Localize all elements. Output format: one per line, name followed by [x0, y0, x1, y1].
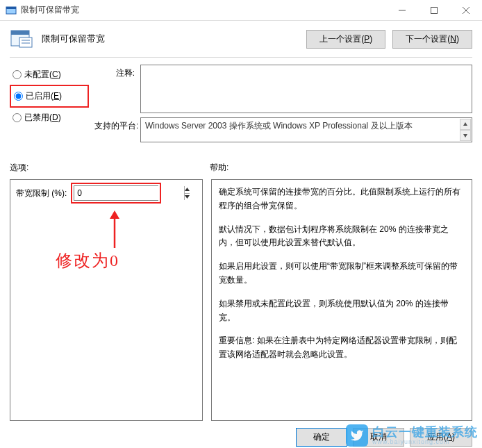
bandwidth-limit-spinner[interactable] — [74, 185, 158, 201]
apply-button[interactable]: 应用(A) — [410, 428, 472, 447]
annotation-text: 修改为0 — [56, 249, 119, 272]
platform-box: Windows Server 2003 操作系统或 Windows XP Pro… — [140, 117, 472, 142]
state-radios: 未配置(C) 已启用(E) 已禁用(D) — [10, 65, 89, 147]
scroll-down-icon[interactable] — [460, 130, 471, 141]
window-icon — [6, 5, 17, 16]
spinner-up-icon[interactable] — [184, 186, 190, 193]
help-paragraph: 如果启用此设置，则可以使用“带宽限制”框来调整系统可保留的带宽数量。 — [219, 260, 465, 288]
divider — [10, 57, 472, 58]
scroll-up-icon[interactable] — [460, 119, 471, 130]
svg-rect-8 — [19, 38, 32, 47]
svg-rect-3 — [431, 7, 438, 13]
close-button[interactable] — [450, 0, 482, 20]
titlebar: 限制可保留带宽 — [0, 0, 482, 21]
help-paragraph: 如果禁用或未配置此设置，则系统使用默认值为 20% 的连接带宽。 — [219, 297, 465, 325]
bandwidth-limit-input[interactable] — [74, 186, 184, 200]
help-paragraph: 重要信息: 如果在注册表中为特定网络适配器设置带宽限制，则配置该网络适配器时就会… — [219, 334, 465, 362]
comment-label: 注释: — [94, 65, 135, 113]
ok-button[interactable]: 确定 — [296, 428, 347, 447]
help-panel: 确定系统可保留的连接带宽的百分比。此值限制系统上运行的所有程序的组合带宽保留。 … — [211, 179, 472, 421]
help-paragraph: 确定系统可保留的连接带宽的百分比。此值限制系统上运行的所有程序的组合带宽保留。 — [219, 185, 465, 213]
annotation-arrow-icon — [108, 210, 122, 248]
section-labels: 选项: 帮助: — [0, 147, 482, 176]
maximize-button[interactable] — [418, 0, 450, 20]
header: 限制可保留带宽 上一个设置(P) 下一个设置(N) — [0, 21, 482, 54]
svg-marker-11 — [463, 122, 467, 126]
svg-rect-1 — [6, 7, 16, 9]
policy-icon — [10, 28, 35, 50]
radio-disabled[interactable]: 已禁用(D) — [10, 108, 89, 128]
window-controls — [386, 0, 482, 20]
spinner-down-icon[interactable] — [184, 193, 190, 201]
minimize-button[interactable] — [386, 0, 418, 20]
svg-rect-7 — [11, 31, 29, 35]
radio-enabled[interactable]: 已启用(E) — [10, 85, 89, 108]
next-setting-button[interactable]: 下一个设置(N) — [392, 30, 472, 49]
radio-not-configured[interactable]: 未配置(C) — [10, 65, 89, 85]
page-title: 限制可保留带宽 — [42, 33, 299, 45]
svg-marker-14 — [185, 195, 190, 199]
help-paragraph: 默认情况下，数据包计划程序将系统限制在 20% 的连接带宽之内，但可以使用此设置… — [219, 223, 465, 251]
bandwidth-limit-label: 带宽限制 (%): — [16, 185, 67, 199]
scrollbar[interactable] — [460, 119, 471, 141]
dialog-footer: 确定 取消 应用(A) — [0, 421, 482, 448]
options-label: 选项: — [10, 162, 210, 174]
svg-marker-13 — [185, 188, 190, 191]
platform-label: 支持的平台: — [94, 117, 135, 142]
prev-setting-button[interactable]: 上一个设置(P) — [306, 30, 385, 49]
svg-marker-12 — [463, 134, 467, 138]
svg-marker-16 — [110, 210, 119, 219]
window-title: 限制可保留带宽 — [21, 4, 386, 16]
help-label: 帮助: — [210, 162, 472, 174]
options-panel: 带宽限制 (%): 修改为0 — [10, 179, 203, 421]
cancel-button[interactable]: 取消 — [353, 428, 404, 447]
comment-textarea[interactable] — [140, 65, 472, 113]
platform-text: Windows Server 2003 操作系统或 Windows XP Pro… — [145, 121, 413, 131]
